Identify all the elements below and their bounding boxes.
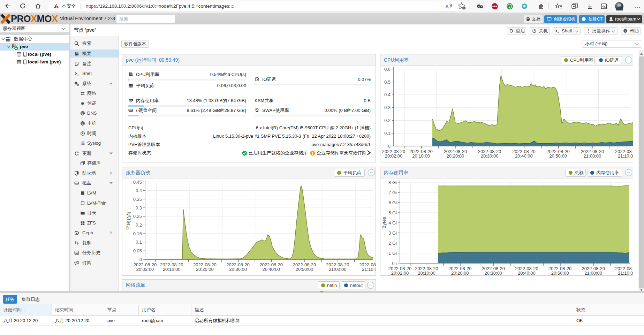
svg-text:20:30:00: 20:30:00 bbox=[481, 153, 499, 159]
svg-text:0.15: 0.15 bbox=[133, 231, 142, 236]
svg-text:20:02:00: 20:02:00 bbox=[136, 267, 154, 272]
svg-text:平均负荷: 平均负荷 bbox=[126, 211, 131, 230]
svg-text:0.05: 0.05 bbox=[133, 248, 142, 253]
svg-text:20:10:00: 20:10:00 bbox=[418, 271, 435, 276]
svg-text:0.1: 0.1 bbox=[384, 131, 391, 136]
svg-text:ABP: ABP bbox=[492, 5, 498, 8]
svg-text:7 Gi: 7 Gi bbox=[388, 190, 397, 195]
svg-text:0.35: 0.35 bbox=[133, 197, 142, 202]
svg-text:20:20:00: 20:20:00 bbox=[447, 153, 464, 159]
svg-text:20:50:00: 20:50:00 bbox=[551, 271, 569, 276]
svg-text:0 i: 0 i bbox=[392, 261, 397, 266]
svg-text:20:30:00: 20:30:00 bbox=[484, 271, 502, 276]
svg-text:20:40:00: 20:40:00 bbox=[262, 267, 280, 272]
svg-text:20:40:00: 20:40:00 bbox=[518, 271, 536, 276]
svg-text:20:02:00: 20:02:00 bbox=[385, 153, 403, 159]
svg-text:3 Gi: 3 Gi bbox=[388, 230, 397, 236]
svg-text:1 Gi: 1 Gi bbox=[388, 251, 397, 256]
svg-text:20:50:00: 20:50:00 bbox=[296, 267, 313, 272]
svg-text:0: 0 bbox=[388, 144, 391, 149]
svg-text:4 Gi: 4 Gi bbox=[388, 220, 397, 226]
svg-text:0: 0 bbox=[139, 257, 142, 262]
svg-text:0.1: 0.1 bbox=[136, 239, 142, 245]
svg-text:0.2: 0.2 bbox=[384, 118, 391, 123]
svg-text:5 Gi: 5 Gi bbox=[388, 210, 397, 215]
svg-text:Bytes: Bytes bbox=[381, 217, 387, 229]
svg-text:0.45: 0.45 bbox=[133, 180, 142, 185]
svg-text:A: A bbox=[445, 3, 449, 9]
svg-text:21:00:00: 21:00:00 bbox=[329, 267, 347, 272]
svg-text:0.6: 0.6 bbox=[384, 67, 391, 72]
svg-text:8 Gi: 8 Gi bbox=[388, 180, 397, 185]
svg-text:6 Gi: 6 Gi bbox=[388, 200, 397, 205]
svg-text:20:50:00: 20:50:00 bbox=[549, 153, 567, 159]
svg-text:21:10:00: 21:10:00 bbox=[618, 153, 633, 159]
svg-text:20:40:00: 20:40:00 bbox=[515, 153, 533, 159]
svg-text:0.4: 0.4 bbox=[384, 92, 391, 97]
svg-text:20:10:00: 20:10:00 bbox=[163, 267, 181, 272]
svg-text:0.3: 0.3 bbox=[384, 105, 391, 110]
svg-text:2 Gi: 2 Gi bbox=[388, 241, 397, 246]
svg-text:21:00:00: 21:00:00 bbox=[584, 153, 601, 159]
svg-text:√x: √x bbox=[602, 5, 606, 8]
svg-text:20:20:00: 20:20:00 bbox=[451, 271, 469, 276]
svg-text:0.5: 0.5 bbox=[384, 79, 391, 85]
svg-text:0.4: 0.4 bbox=[136, 188, 142, 193]
svg-text:0.25: 0.25 bbox=[133, 214, 142, 219]
svg-text:0.2: 0.2 bbox=[136, 222, 142, 228]
svg-text:20:20:00: 20:20:00 bbox=[196, 267, 214, 272]
svg-text:20:02:00: 20:02:00 bbox=[391, 271, 409, 276]
svg-text:21:00:00: 21:00:00 bbox=[584, 271, 602, 276]
svg-text:20:10:00: 20:10:00 bbox=[412, 153, 430, 159]
svg-text:0.3: 0.3 bbox=[136, 205, 142, 211]
svg-text:21:10:00: 21:10:00 bbox=[362, 267, 376, 272]
svg-text:21:10:00: 21:10:00 bbox=[618, 271, 633, 276]
svg-text:?: ? bbox=[624, 29, 626, 32]
svg-text:20:30:00: 20:30:00 bbox=[229, 267, 247, 272]
